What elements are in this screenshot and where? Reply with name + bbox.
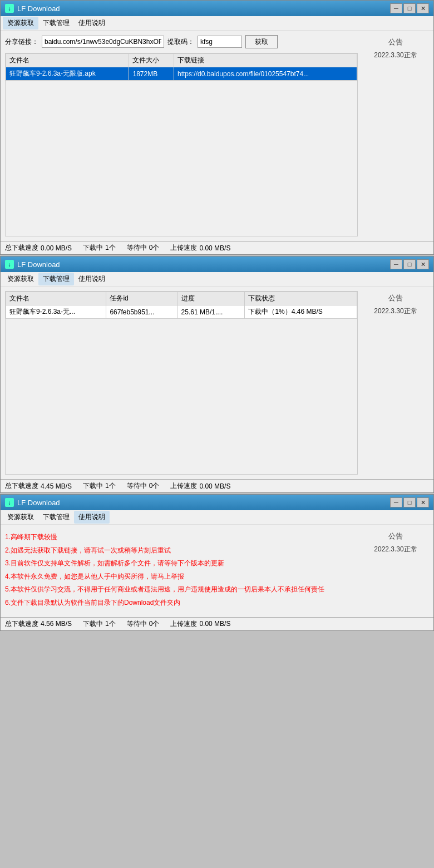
downloading-count-3: 1个 [105, 619, 116, 629]
instruction-6: 6.文件下载目录默认为软件当前目录下的Download文件夹内 [5, 597, 358, 609]
status-bar-3: 总下载速度 4.56 MB/S 下载中 1个 等待中 0个 上传速度 0.00 … [1, 617, 433, 630]
app-icon-1: ↓ [5, 4, 14, 13]
cell-link: https://d0.baidupos.com/file/01025547bt7… [174, 67, 357, 81]
cell-name: 狂野飙车9-2.6.3a-无限版.apk [6, 67, 129, 81]
ul-speed-label-2: 上传速度 [170, 481, 197, 491]
status-bar-2: 总下载速度 4.45 MB/S 下载中 1个 等待中 0个 上传速度 0.00 … [1, 479, 433, 492]
instruction-2: 2.如遇无法获取下载链接，请再试一次或稍等片刻后重试 [5, 545, 358, 557]
minimize-btn-3[interactable]: ─ [390, 497, 402, 507]
menu-item-download-3[interactable]: 下载管理 [38, 511, 74, 524]
dl-speed-label-2: 总下载速度 [5, 481, 38, 491]
status-waiting-3: 等待中 0个 [127, 619, 160, 629]
cell-progress-2: 25.61 MB/1.... [177, 305, 245, 319]
menu-bar-1: 资源获取 下载管理 使用说明 [1, 16, 433, 31]
instructions-panel: 1.高峰期下载较慢 2.如遇无法获取下载链接，请再试一次或稍等片刻后重试 3.目… [5, 529, 358, 613]
table-row[interactable]: 狂野飙车9-2.6.3a-无限版.apk 1872MB https://d0.b… [6, 67, 357, 81]
sidebar-3: 公告 2022.3.30正常 [362, 529, 429, 613]
ad-label-1: 公告 [388, 37, 403, 47]
url-label-1: 分享链接： [5, 37, 38, 47]
ad-label-3: 公告 [388, 531, 403, 541]
menu-item-download-1[interactable]: 下载管理 [38, 17, 74, 29]
title-bar-left-3: ↓ LF Download [5, 498, 60, 507]
col-header-name-2: 文件名 [6, 292, 106, 305]
ul-speed-value-1: 0.00 MB/S [199, 244, 230, 252]
window-content-3: 1.高峰期下载较慢 2.如遇无法获取下载链接，请再试一次或稍等片刻后重试 3.目… [1, 525, 433, 617]
restore-btn-3[interactable]: □ [403, 497, 416, 507]
window-title-2: LF Download [17, 260, 60, 269]
menu-item-download-2[interactable]: 下载管理 [38, 273, 74, 285]
menu-item-resources-2[interactable]: 资源获取 [3, 273, 38, 285]
cell-name-2: 狂野飙车9-2.6.3a-无... [6, 305, 106, 319]
window-title-1: LF Download [17, 4, 60, 13]
table-row[interactable]: 狂野飙车9-2.6.3a-无... 667feb5b951... 25.61 M… [6, 305, 357, 319]
col-header-status-2: 下载状态 [245, 292, 357, 305]
window-content-2: 文件名 任务id 进度 下载状态 狂野飙车9-2.6.3a-无... 667fe… [1, 287, 433, 479]
menu-bar-2: 资源获取 下载管理 使用说明 [1, 272, 433, 287]
dl-speed-label-1: 总下载速度 [5, 243, 38, 253]
app-icon-3: ↓ [5, 498, 14, 507]
status-dl-speed-2: 总下载速度 4.45 MB/S [5, 481, 72, 491]
col-header-size-1: 文件大小 [129, 54, 174, 67]
title-controls-3: ─ □ ✕ [390, 497, 429, 507]
window-2: ↓ LF Download ─ □ ✕ 资源获取 下载管理 使用说明 文件名 任… [0, 256, 434, 493]
dl-speed-value-1: 0.00 MB/S [41, 244, 72, 252]
code-input-1[interactable] [198, 36, 242, 48]
url-input-1[interactable] [42, 36, 164, 48]
status-waiting-2: 等待中 0个 [127, 481, 160, 491]
cell-taskid-2: 667feb5b951... [106, 305, 177, 319]
menu-item-resources-1[interactable]: 资源获取 [3, 17, 38, 29]
code-label-1: 提取码： [167, 37, 194, 47]
minimize-btn-1[interactable]: ─ [390, 3, 402, 13]
waiting-count-2: 0个 [149, 481, 160, 491]
waiting-label-3: 等待中 [127, 619, 147, 629]
app-icon-2: ↓ [5, 260, 14, 269]
waiting-count-3: 0个 [149, 619, 160, 629]
menu-item-help-3[interactable]: 使用说明 [74, 511, 110, 524]
status-ul-speed-2: 上传速度 0.00 MB/S [170, 481, 230, 491]
main-area-2: 文件名 任务id 进度 下载状态 狂野飙车9-2.6.3a-无... 667fe… [5, 291, 358, 475]
cell-status-2: 下载中（1%）4.46 MB/S [245, 305, 357, 319]
file-table-1: 文件名 文件大小 下载链接 狂野飙车9-2.6.3a-无限版.apk 1872M… [6, 53, 357, 81]
title-bar-left-1: ↓ LF Download [5, 4, 60, 13]
window-title-3: LF Download [17, 499, 60, 507]
dl-speed-value-3: 4.56 MB/S [41, 620, 72, 628]
status-downloading-3: 下载中 1个 [83, 619, 116, 629]
ul-speed-label-1: 上传速度 [170, 243, 197, 253]
status-ul-speed-3: 上传速度 0.00 MB/S [170, 619, 230, 629]
title-bar-3: ↓ LF Download ─ □ ✕ [1, 495, 433, 510]
menu-item-resources-3[interactable]: 资源获取 [3, 511, 38, 524]
close-btn-2[interactable]: ✕ [417, 259, 429, 269]
fetch-btn-1[interactable]: 获取 [245, 35, 278, 48]
menu-item-help-2[interactable]: 使用说明 [74, 273, 110, 285]
instruction-5: 5.本软件仅供学习交流，不得用于任何商业或者违法用途，用户违规使用造成的一切后果… [5, 584, 358, 596]
file-table-container-1: 文件名 文件大小 下载链接 狂野飙车9-2.6.3a-无限版.apk 1872M… [5, 53, 358, 236]
sidebar-1: 公告 2022.3.30正常 [362, 35, 429, 236]
title-bar-2: ↓ LF Download ─ □ ✕ [1, 257, 433, 272]
waiting-label-1: 等待中 [127, 243, 147, 253]
window-content-1: 分享链接： 提取码： 获取 文件名 文件大小 下载链接 [1, 31, 433, 241]
ad-label-2: 公告 [388, 293, 403, 303]
col-header-progress-2: 进度 [177, 292, 245, 305]
instruction-1: 1.高峰期下载较慢 [5, 531, 358, 544]
col-header-name-1: 文件名 [6, 54, 129, 67]
col-header-link-1: 下载链接 [174, 54, 357, 67]
close-btn-3[interactable]: ✕ [417, 497, 429, 507]
downloading-count-1: 1个 [105, 243, 116, 253]
col-header-taskid-2: 任务id [106, 292, 177, 305]
minimize-btn-2[interactable]: ─ [390, 259, 402, 269]
restore-btn-1[interactable]: □ [403, 3, 416, 13]
restore-btn-2[interactable]: □ [403, 259, 416, 269]
downloading-label-2: 下载中 [83, 481, 103, 491]
cell-size: 1872MB [129, 67, 174, 81]
dl-speed-value-2: 4.45 MB/S [41, 482, 72, 490]
status-dl-speed-3: 总下载速度 4.56 MB/S [5, 619, 72, 629]
status-waiting-1: 等待中 0个 [127, 243, 160, 253]
main-area-1: 分享链接： 提取码： 获取 文件名 文件大小 下载链接 [5, 35, 358, 236]
status-ul-speed-1: 上传速度 0.00 MB/S [170, 243, 230, 253]
ul-speed-label-3: 上传速度 [170, 619, 197, 629]
ul-speed-value-2: 0.00 MB/S [199, 482, 230, 490]
close-btn-1[interactable]: ✕ [417, 3, 429, 13]
menu-item-help-1[interactable]: 使用说明 [74, 17, 110, 29]
dl-table-2: 文件名 任务id 进度 下载状态 狂野飙车9-2.6.3a-无... 667fe… [6, 292, 357, 319]
sidebar-date-3: 2022.3.30正常 [374, 545, 417, 554]
